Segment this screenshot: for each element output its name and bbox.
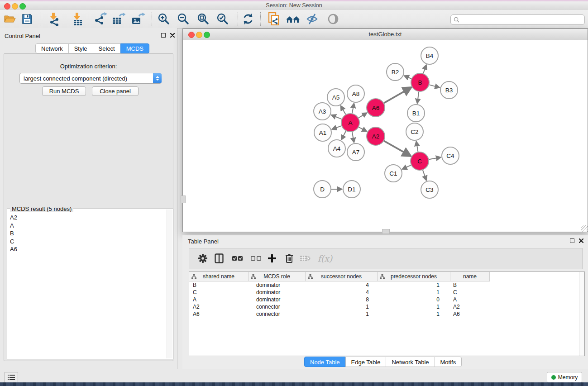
graph-node-C2[interactable]: C2 xyxy=(406,123,423,140)
graph-edge-A-A4[interactable] xyxy=(341,131,346,140)
export-table-icon[interactable] xyxy=(110,11,127,27)
window-bottom-grip[interactable] xyxy=(382,229,390,234)
graph-node-A2[interactable]: A2 xyxy=(367,127,385,145)
zoom-out-icon[interactable] xyxy=(175,11,191,27)
tab-select[interactable]: Select xyxy=(93,43,121,53)
select-all-icon[interactable] xyxy=(230,251,245,266)
graph-edge-B-B3[interactable] xyxy=(429,85,439,87)
mcds-result-item[interactable]: A6 xyxy=(8,245,167,253)
graph-node-B2[interactable]: B2 xyxy=(387,63,404,81)
deselect-all-icon[interactable] xyxy=(249,251,264,266)
table-row[interactable]: A2connector11A2 xyxy=(189,303,579,310)
node-table[interactable]: shared nameMCDS rolesuccessor nodesprede… xyxy=(189,272,585,356)
graph-node-C3[interactable]: C3 xyxy=(421,181,438,198)
graph-edge-C-C2[interactable] xyxy=(416,142,418,152)
show-panel-icon[interactable] xyxy=(325,11,341,27)
column-header-successor-nodes[interactable]: successor nodes xyxy=(306,272,378,281)
graph-edge-C-C4[interactable] xyxy=(429,157,441,160)
window-resize-handle[interactable] xyxy=(581,225,588,232)
search-box[interactable] xyxy=(450,14,585,25)
import-table-icon[interactable] xyxy=(70,11,86,27)
home-icon[interactable] xyxy=(285,11,301,27)
graph-edge-A2-C[interactable] xyxy=(384,141,411,156)
graph-node-D[interactable]: D xyxy=(314,181,331,198)
graph-edge-A-A1[interactable] xyxy=(332,126,342,129)
graph-node-A3[interactable]: A3 xyxy=(314,103,331,120)
import-network-icon[interactable] xyxy=(46,11,62,27)
zoom-fit-icon[interactable] xyxy=(195,11,211,27)
network-window-titlebar[interactable]: testGlobe.txt xyxy=(183,29,588,40)
table-row[interactable]: A6connector11A6 xyxy=(189,310,579,318)
graph-node-A8[interactable]: A8 xyxy=(347,85,364,102)
graph-node-C1[interactable]: C1 xyxy=(385,165,402,182)
export-image-icon[interactable] xyxy=(130,11,146,27)
graph-node-A1[interactable]: A1 xyxy=(314,124,331,141)
tab-motifs[interactable]: Motifs xyxy=(435,357,462,367)
export-network-icon[interactable] xyxy=(92,11,109,27)
open-session-icon[interactable] xyxy=(2,11,18,27)
graph-node-B4[interactable]: B4 xyxy=(421,47,438,64)
graph-edge-A-A6[interactable] xyxy=(359,113,367,118)
graph-edge-A-A7[interactable] xyxy=(352,132,354,143)
graph-node-C4[interactable]: C4 xyxy=(442,147,459,164)
mcds-result-item[interactable]: A2 xyxy=(8,214,167,222)
mcds-result-item[interactable]: A xyxy=(8,222,167,230)
tab-edge-table[interactable]: Edge Table xyxy=(345,357,387,367)
column-header-mcds-role[interactable]: MCDS role xyxy=(249,272,306,281)
add-column-icon[interactable] xyxy=(264,251,280,266)
graph-edge-B-B1[interactable] xyxy=(417,92,419,103)
graph-edge-C-C1[interactable] xyxy=(402,165,411,169)
mcds-result-scrollbar[interactable] xyxy=(167,210,172,358)
close-table-panel-icon[interactable] xyxy=(579,238,583,243)
refresh-icon[interactable] xyxy=(240,11,256,27)
network-graph[interactable]: AA1A2A3A4A5A6A7A8BB1B2B3B4CC1C2C3C4DD1 xyxy=(183,40,587,231)
graph-edge-B-B4[interactable] xyxy=(423,65,426,73)
window-left-grip[interactable] xyxy=(181,195,186,203)
mcds-result-item[interactable]: C xyxy=(8,238,167,246)
table-scrollbar[interactable] xyxy=(579,272,584,356)
graph-node-A5[interactable]: A5 xyxy=(327,89,344,106)
graph-node-B3[interactable]: B3 xyxy=(440,81,458,99)
tab-style[interactable]: Style xyxy=(68,43,93,53)
hide-panel-icon[interactable] xyxy=(304,11,320,27)
zoom-selected-icon[interactable] xyxy=(215,11,231,27)
tab-mcds[interactable]: MCDS xyxy=(120,43,149,53)
graph-node-B1[interactable]: B1 xyxy=(407,105,425,122)
graph-edge-A-A3[interactable] xyxy=(331,115,341,119)
search-input[interactable] xyxy=(459,17,584,23)
save-session-icon[interactable] xyxy=(19,11,35,27)
graph-edge-C-C3[interactable] xyxy=(423,170,426,180)
graph-node-A6[interactable]: A6 xyxy=(367,99,385,117)
graph-node-D1[interactable]: D1 xyxy=(343,181,360,198)
table-settings-icon[interactable] xyxy=(195,251,210,266)
graph-edge-B-B2[interactable] xyxy=(404,76,411,78)
column-header-predecessor-nodes[interactable]: predecessor nodes xyxy=(378,272,450,281)
task-history-button[interactable] xyxy=(5,372,18,383)
column-header-shared-name[interactable]: shared name xyxy=(189,272,249,281)
graph-node-A7[interactable]: A7 xyxy=(347,143,364,161)
close-panel-icon[interactable] xyxy=(170,33,175,38)
graph-node-A[interactable]: A xyxy=(341,114,359,132)
run-mcds-button[interactable]: Run MCDS xyxy=(42,86,86,96)
zoom-in-icon[interactable] xyxy=(156,11,172,27)
table-row[interactable]: Cdominator41C xyxy=(189,289,579,296)
graph-edge-A6-B[interactable] xyxy=(384,87,411,103)
network-view[interactable]: AA1A2A3A4A5A6A7A8BB1B2B3B4CC1C2C3C4DD1 xyxy=(183,40,587,231)
graph-edge-A-A8[interactable] xyxy=(352,104,354,114)
tab-node-table[interactable]: Node Table xyxy=(304,357,346,367)
graph-edge-A-A2[interactable] xyxy=(359,127,367,131)
table-row[interactable]: Bdominator41B xyxy=(189,281,579,289)
optimization-criterion-dropdown[interactable]: largest connected component (directed) xyxy=(19,73,162,84)
tab-network[interactable]: Network xyxy=(35,43,69,53)
duplicate-network-icon[interactable] xyxy=(266,11,282,27)
float-panel-icon[interactable] xyxy=(161,33,166,38)
table-row[interactable]: Adominator80A xyxy=(189,296,579,303)
delete-column-icon[interactable] xyxy=(282,251,297,266)
graph-node-B[interactable]: B xyxy=(411,73,429,91)
tab-network-table[interactable]: Network Table xyxy=(386,357,435,367)
show-columns-icon[interactable] xyxy=(211,251,227,266)
graph-edge-A-A5[interactable] xyxy=(341,106,346,114)
column-header-name[interactable]: name xyxy=(450,272,490,281)
float-table-panel-icon[interactable] xyxy=(570,238,574,243)
close-panel-button[interactable]: Close panel xyxy=(92,86,139,96)
